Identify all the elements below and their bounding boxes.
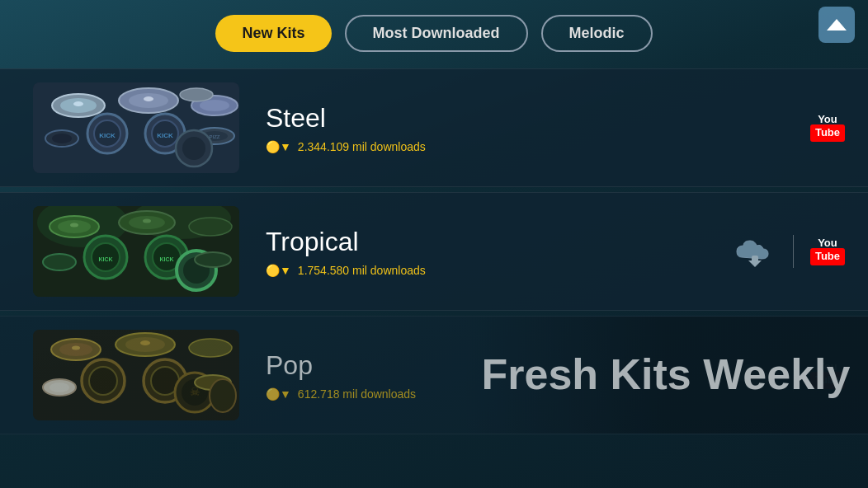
fresh-kits-title: Fresh Kits Weekly <box>481 351 850 398</box>
svg-point-22 <box>182 137 205 160</box>
youtube-you-steel: You <box>818 114 837 124</box>
youtube-tube-steel: Tube <box>810 124 845 141</box>
svg-point-3 <box>73 101 83 106</box>
kit-info-tropical: Tropical 🟡▼ 1.754.580 mil downloads <box>266 227 717 277</box>
svg-point-9 <box>180 88 213 101</box>
svg-text:KICK: KICK <box>99 132 116 139</box>
tab-bar: New Kits Most Downloaded Melodic <box>0 0 868 68</box>
kit-downloads-steel: 🟡▼ 2.344.109 mil downloads <box>266 140 794 153</box>
kit-downloads-text-steel: 2.344.109 mil downloads <box>298 140 426 153</box>
svg-point-52 <box>140 340 150 345</box>
kit-image-steel[interactable]: KICK KICK PIZZ <box>33 82 239 173</box>
kit-list: KICK KICK PIZZ Steel <box>0 68 868 439</box>
kit-downloads-text-tropical: 1.754.580 mil downloads <box>298 264 426 277</box>
kit-downloads-text-pop: 612.718 mil downloads <box>298 387 416 401</box>
svg-text:KICK: KICK <box>98 256 112 262</box>
svg-point-31 <box>143 219 151 223</box>
kit-row-tropical: KICK KICK Tropical <box>0 192 868 311</box>
kit-image-pop[interactable]: ☠ <box>33 330 239 420</box>
download-icon-pop: 🟡▼ <box>266 387 291 401</box>
kit-row-steel: KICK KICK PIZZ Steel <box>0 68 868 187</box>
kit-row-pop: ☠ Pop 🟡▼ 612.718 mil downloads <box>0 316 868 434</box>
svg-point-43 <box>195 252 231 267</box>
youtube-tube-tropical: Tube <box>810 248 845 265</box>
svg-point-28 <box>70 223 78 228</box>
download-icon-steel: 🟡▼ <box>266 140 291 153</box>
kit-downloads-tropical: 🟡▼ 1.754.580 mil downloads <box>266 264 717 277</box>
svg-text:KICK: KICK <box>159 256 173 262</box>
download-icon-tropical: 🟡▼ <box>266 264 291 277</box>
separator-tropical <box>793 235 794 268</box>
tab-melodic[interactable]: Melodic <box>541 15 653 52</box>
svg-marker-45 <box>748 260 762 267</box>
youtube-you-tropical: You <box>818 237 837 248</box>
kit-info-steel: Steel 🟡▼ 2.344.109 mil downloads <box>266 103 794 153</box>
kit-actions-steel: You Tube <box>810 114 845 141</box>
svg-point-42 <box>43 254 76 270</box>
tab-new-kits[interactable]: New Kits <box>215 15 331 52</box>
fresh-kits-overlay: Fresh Kits Weekly <box>464 317 868 434</box>
svg-point-64 <box>210 379 236 412</box>
svg-point-32 <box>189 218 232 236</box>
cloud-download-tropical[interactable] <box>734 234 776 269</box>
svg-point-49 <box>72 346 80 350</box>
tab-most-downloaded[interactable]: Most Downloaded <box>345 15 528 52</box>
svg-point-62 <box>50 382 69 392</box>
svg-point-6 <box>144 96 153 101</box>
kit-name-steel: Steel <box>266 103 794 134</box>
kit-image-tropical[interactable]: KICK KICK <box>33 206 239 297</box>
chevron-up-button[interactable] <box>818 7 855 43</box>
svg-point-8 <box>200 100 229 111</box>
svg-point-17 <box>52 134 72 143</box>
svg-text:PIZZ: PIZZ <box>210 134 220 139</box>
svg-point-53 <box>189 339 232 357</box>
kit-name-tropical: Tropical <box>266 227 717 257</box>
svg-text:KICK: KICK <box>157 132 173 139</box>
youtube-badge-tropical[interactable]: You Tube <box>810 237 845 265</box>
svg-point-55 <box>89 367 117 395</box>
youtube-badge-steel[interactable]: You Tube <box>810 114 845 141</box>
kit-actions-tropical: You Tube <box>734 234 845 269</box>
